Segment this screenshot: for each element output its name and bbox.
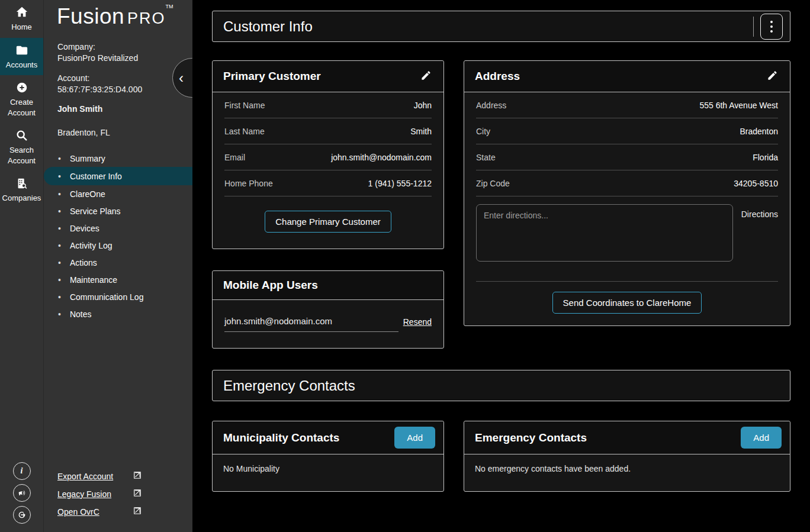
open-ovrc-link[interactable]: Open OvrC — [57, 507, 142, 517]
rail-item-label: Create Account — [1, 97, 42, 118]
menu-item-summary[interactable]: •Summary — [44, 150, 192, 167]
search-icon — [15, 129, 28, 142]
bullet-icon: • — [58, 172, 61, 181]
menu-item-clareone[interactable]: •ClareOne — [44, 185, 192, 202]
logout-icon[interactable] — [13, 506, 31, 524]
mobile-app-users-card: Mobile App Users john.smith@nodomain.com… — [212, 270, 444, 349]
bullet-icon: • — [58, 224, 61, 233]
customer-location: Bradenton, FL — [57, 128, 184, 137]
card-title: Emergency Contacts — [475, 431, 587, 444]
address-actions: Send Coordinates to ClareHome — [476, 282, 778, 325]
rail-item-label: Home — [11, 22, 32, 33]
menu-item-activity-log[interactable]: •Activity Log — [44, 237, 192, 254]
change-primary-customer-button[interactable]: Change Primary Customer — [265, 211, 391, 233]
home-icon — [15, 6, 28, 19]
app-window: Home Accounts Create Account Search Acco… — [0, 0, 810, 532]
first-name-row: First Name John — [224, 92, 432, 118]
menu-item-actions[interactable]: •Actions — [44, 254, 192, 271]
rail-spacer — [0, 209, 43, 462]
page-header: Customer Info — [212, 11, 790, 42]
card-title: Address — [475, 70, 520, 83]
directions-input[interactable] — [476, 204, 733, 262]
emergency-contacts-card: Emergency Contacts Add No emergency cont… — [464, 421, 790, 492]
section-title: Emergency Contacts — [223, 378, 783, 394]
logo-pro-text: PRO — [127, 9, 166, 27]
send-coordinates-button[interactable]: Send Coordinates to ClareHome — [552, 292, 702, 314]
municipality-contacts-card: Municipality Contacts Add No Municipalit… — [212, 421, 444, 492]
address-body: Address 555 6th Avenue West City Bradent… — [464, 92, 790, 325]
sidebar-footer-links: Export Account Legacy Fusion Open OvrC — [44, 471, 192, 532]
kebab-dot — [770, 30, 773, 33]
resend-link[interactable]: Resend — [403, 317, 432, 332]
menu-item-communication-log[interactable]: •Communication Log — [44, 288, 192, 305]
account-menu: •Summary •Customer Info •ClareOne •Servi… — [44, 150, 192, 323]
menu-item-devices[interactable]: •Devices — [44, 220, 192, 237]
folder-icon — [15, 44, 28, 57]
card-title: Primary Customer — [223, 70, 321, 83]
bullet-icon: • — [58, 154, 61, 163]
external-link-icon — [133, 471, 142, 481]
sidebar-item-companies[interactable]: Companies — [0, 171, 43, 209]
directions-section: Directions — [476, 196, 778, 262]
account-sidebar: FusionPROTM Company: FusionPro Revitaliz… — [44, 0, 192, 532]
left-column: Primary Customer First Name John Last Na… — [212, 60, 444, 349]
card-title: Municipality Contacts — [223, 431, 339, 444]
menu-item-notes[interactable]: •Notes — [44, 305, 192, 323]
external-link-icon — [133, 489, 142, 499]
municipality-empty-text: No Municipality — [213, 454, 443, 491]
info-icon[interactable]: i — [13, 462, 31, 480]
bullet-icon: • — [58, 309, 61, 319]
mobile-user-row: john.smith@nodomain.com Resend — [224, 300, 432, 348]
kebab-dot — [770, 25, 773, 28]
external-link-icon — [133, 507, 142, 517]
company-label: Company: — [57, 41, 184, 53]
companies-icon — [15, 177, 28, 190]
account-value: 58:67:7F:93:25:D4.000 — [57, 84, 184, 95]
sidebar-item-search-account[interactable]: Search Account — [0, 123, 43, 171]
company-value: FusionPro Revitalized — [57, 53, 184, 64]
zip-code-row: Zip Code 34205-8510 — [476, 170, 778, 196]
bullet-icon: • — [58, 275, 61, 285]
primary-customer-card: Primary Customer First Name John Last Na… — [212, 60, 444, 249]
edit-address-button[interactable] — [766, 69, 779, 84]
bullet-icon: • — [58, 292, 61, 302]
primary-customer-body: First Name John Last Name Smith Email jo… — [213, 92, 443, 249]
legacy-fusion-link[interactable]: Legacy Fusion — [57, 489, 142, 499]
email-row: Email john.smith@nodomain.com — [224, 144, 432, 170]
menu-item-customer-info[interactable]: •Customer Info — [44, 167, 192, 185]
right-column: Address Address 555 6th Avenue West City… — [464, 60, 790, 326]
main-content: Customer Info Primary Customer — [192, 0, 810, 532]
sidebar-item-create-account[interactable]: Create Account — [0, 75, 43, 123]
add-emergency-contact-button[interactable]: Add — [741, 427, 782, 449]
page-title: Customer Info — [223, 18, 753, 35]
edit-primary-customer-button[interactable] — [419, 69, 433, 84]
customer-name: John Smith — [57, 104, 184, 114]
mobile-user-email: john.smith@nodomain.com — [224, 316, 398, 332]
trademark-symbol: TM — [166, 4, 173, 9]
company-block: Company: FusionPro Revitalized — [57, 41, 184, 64]
bullet-icon: • — [58, 258, 61, 267]
address-header: Address — [464, 61, 790, 92]
bullet-icon: • — [58, 241, 61, 250]
address-card: Address Address 555 6th Avenue West City… — [464, 60, 790, 326]
directions-label: Directions — [733, 204, 778, 262]
contacts-grid: Municipality Contacts Add No Municipalit… — [212, 421, 790, 492]
menu-item-service-plans[interactable]: •Service Plans — [44, 202, 192, 220]
sidebar-item-accounts[interactable]: Accounts — [0, 38, 43, 76]
add-municipality-contact-button[interactable]: Add — [394, 427, 435, 449]
bullet-icon: • — [58, 207, 61, 216]
city-row: City Bradenton — [476, 118, 778, 144]
primary-customer-header: Primary Customer — [213, 61, 443, 92]
home-phone-row: Home Phone 1 (941) 555-1212 — [224, 170, 432, 196]
menu-item-maintenance[interactable]: •Maintenance — [44, 271, 192, 288]
announcement-icon[interactable] — [13, 484, 31, 502]
export-account-link[interactable]: Export Account — [57, 471, 142, 481]
sidebar-item-home[interactable]: Home — [0, 0, 43, 38]
mobile-app-users-header: Mobile App Users — [213, 271, 443, 300]
emergency-contacts-header: Emergency Contacts Add — [464, 421, 790, 454]
last-name-row: Last Name Smith — [224, 118, 432, 144]
kebab-menu-button[interactable] — [760, 14, 783, 40]
header-separator — [753, 17, 754, 37]
rail-item-label: Accounts — [6, 60, 37, 70]
emergency-empty-text: No emergency contacts have been added. — [464, 454, 790, 491]
